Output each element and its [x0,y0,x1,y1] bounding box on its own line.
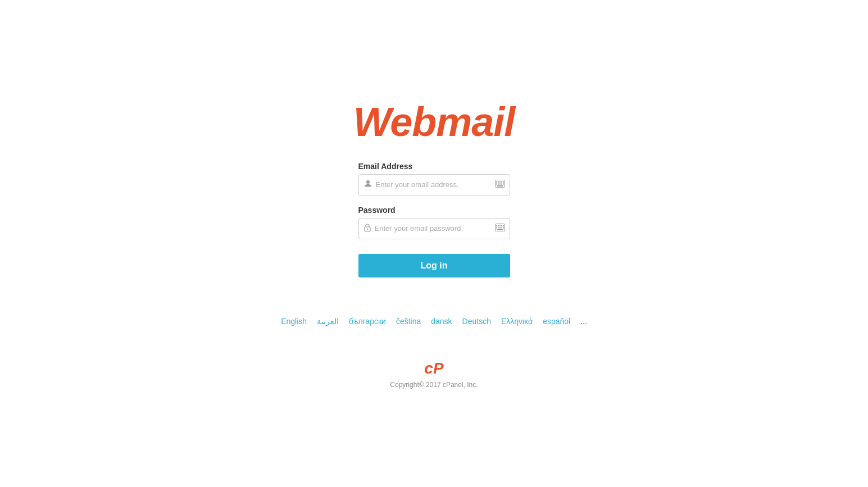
svg-rect-2 [498,181,499,183]
svg-rect-20 [496,227,497,229]
svg-rect-25 [497,229,503,230]
svg-rect-17 [499,225,501,226]
email-field-group: Email Address [358,162,510,195]
footer: cP Copyright© 2017 cPanel, Inc. [390,359,478,389]
lang-bulgarian[interactable]: български [349,317,386,326]
svg-rect-1 [496,181,497,183]
svg-rect-23 [501,227,502,229]
password-label: Password [358,206,510,215]
lang-danish[interactable]: dansk [431,317,452,326]
lang-czech[interactable]: čeština [396,317,421,326]
svg-rect-16 [498,225,499,226]
svg-rect-18 [501,225,502,226]
svg-rect-5 [503,181,504,183]
login-button[interactable]: Log in [358,254,510,277]
page-wrapper: Webmail Email Address [0,99,868,389]
lang-greek[interactable]: Ελληνικά [501,317,533,326]
user-icon [363,179,372,190]
svg-rect-24 [503,227,504,229]
svg-rect-3 [499,181,501,183]
svg-rect-11 [497,185,503,186]
cpanel-logo: cP [424,359,443,377]
lang-english[interactable]: English [281,317,307,326]
language-bar: English العربية български čeština dansk … [281,317,587,326]
keyboard-icon-email[interactable] [495,180,505,189]
lang-german[interactable]: Deutsch [462,317,491,326]
password-input[interactable] [375,224,495,233]
svg-point-13 [366,228,367,229]
lock-icon [363,223,371,234]
svg-rect-15 [496,225,497,226]
logo-container: Webmail [353,99,515,145]
svg-rect-21 [498,227,499,229]
email-input-wrapper [358,174,510,195]
email-label: Email Address [358,162,510,171]
more-languages-button[interactable]: ... [580,317,587,326]
email-input[interactable] [376,180,495,189]
lang-spanish[interactable]: español [543,317,570,326]
svg-rect-4 [501,181,502,183]
login-form: Email Address [358,162,510,277]
password-input-wrapper [358,218,510,239]
password-field-group: Password [358,206,510,239]
lang-arabic[interactable]: العربية [317,317,339,326]
svg-rect-9 [501,184,502,185]
svg-rect-10 [503,184,504,185]
svg-rect-22 [499,227,501,229]
svg-rect-19 [503,225,504,226]
svg-rect-7 [498,184,499,185]
keyboard-icon-password[interactable] [495,224,505,233]
copyright-text: Copyright© 2017 cPanel, Inc. [390,381,478,389]
svg-rect-6 [496,184,497,185]
svg-rect-8 [499,184,501,185]
webmail-logo: Webmail [353,99,515,144]
